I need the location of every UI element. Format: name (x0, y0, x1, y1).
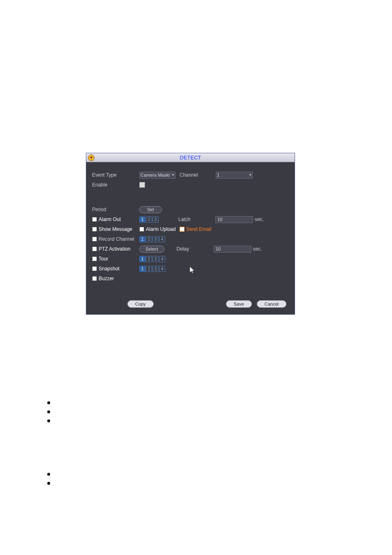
alarm-upload-label: Alarm Upload (146, 226, 180, 232)
snapshot-checkbox[interactable] (92, 266, 97, 271)
dialog-title: DETECT (180, 154, 201, 161)
alarm-out-label: Alarm Out (99, 216, 139, 222)
send-email-checkbox[interactable] (180, 227, 184, 232)
enable-label: Enable (92, 182, 139, 188)
event-type-label: Event Type (92, 172, 139, 178)
alarm-out-channels: 1 2 3 (139, 216, 159, 223)
record-ch3[interactable]: 3 (152, 236, 159, 242)
delay-value: 10 (216, 246, 221, 251)
channel-label: Channel (180, 172, 216, 178)
period-label: Period (92, 207, 139, 212)
bullet-4 (47, 471, 50, 477)
dialog-content: Event Type Camera Maski Channel 1 Enable… (86, 162, 295, 288)
copy-button[interactable]: Copy (127, 300, 154, 308)
tour-ch2[interactable]: 2 (146, 256, 152, 262)
send-email-label: Send Email (186, 226, 211, 232)
cancel-button[interactable]: Cancel (257, 300, 286, 308)
latch-unit: sec. (255, 216, 264, 222)
tour-ch1[interactable]: 1 (139, 256, 145, 262)
record-ch1[interactable]: 1 (139, 236, 145, 242)
record-channels: 1 2 3 4 (139, 236, 165, 242)
alarm-out-ch3[interactable]: 3 (152, 216, 159, 223)
enable-checkbox[interactable] (139, 182, 145, 188)
bullet-3 (47, 417, 50, 424)
record-ch2[interactable]: 2 (146, 236, 152, 242)
ptz-activation-checkbox[interactable] (92, 246, 97, 251)
tour-checkbox[interactable] (92, 256, 97, 261)
snapshot-ch2[interactable]: 2 (146, 266, 152, 272)
select-button[interactable]: Select (139, 246, 164, 253)
latch-input[interactable]: 10 (215, 216, 253, 223)
chevron-down-icon (172, 174, 174, 176)
dialog-footer: Copy Save Cancel (86, 300, 295, 308)
snapshot-ch4[interactable]: 4 (159, 266, 165, 272)
bullet-5 (47, 480, 50, 486)
detect-dialog: ✦ DETECT Event Type Camera Maski Channel… (86, 153, 295, 315)
alarm-out-ch2[interactable]: 2 (146, 216, 152, 223)
buzzer-checkbox[interactable] (92, 276, 97, 281)
record-ch4[interactable]: 4 (159, 236, 165, 242)
tour-channels: 1 2 3 4 (139, 256, 165, 262)
snapshot-ch1[interactable]: 1 (139, 266, 145, 272)
alarm-out-ch1[interactable]: 1 (139, 216, 145, 223)
channel-value: 1 (217, 173, 219, 177)
save-button[interactable]: Save (226, 300, 252, 308)
record-channel-checkbox[interactable] (92, 237, 97, 242)
channel-select[interactable]: 1 (216, 172, 253, 179)
bullet-2 (47, 408, 50, 415)
delay-unit: sec. (253, 246, 262, 252)
set-button[interactable]: Set (139, 206, 162, 213)
dialog-titlebar: ✦ DETECT (86, 153, 295, 162)
tour-label: Tour (99, 256, 139, 262)
show-message-label: Show Message (99, 226, 139, 232)
delay-input[interactable]: 10 (214, 246, 251, 253)
ptz-activation-label: PTZ Activation (99, 246, 139, 252)
snapshot-label: Snapshot (99, 266, 139, 272)
latch-label: Latch (178, 216, 215, 222)
event-type-select[interactable]: Camera Maski (139, 172, 175, 179)
tour-ch3[interactable]: 3 (152, 256, 159, 262)
show-message-checkbox[interactable] (92, 227, 97, 232)
alarm-out-checkbox[interactable] (92, 217, 97, 222)
record-channel-label: Record Channel (99, 236, 139, 242)
accessibility-icon: ✦ (88, 154, 95, 161)
bullet-1 (47, 399, 50, 405)
chevron-down-icon (249, 174, 251, 176)
event-type-value: Camera Maski (141, 173, 170, 177)
snapshot-ch3[interactable]: 3 (152, 266, 159, 272)
buzzer-label: Buzzer (99, 276, 139, 281)
tour-ch4[interactable]: 4 (159, 256, 165, 262)
latch-value: 10 (217, 217, 222, 222)
alarm-upload-checkbox[interactable] (139, 227, 144, 232)
snapshot-channels: 1 2 3 4 (139, 266, 165, 272)
delay-label: Delay (177, 246, 214, 252)
